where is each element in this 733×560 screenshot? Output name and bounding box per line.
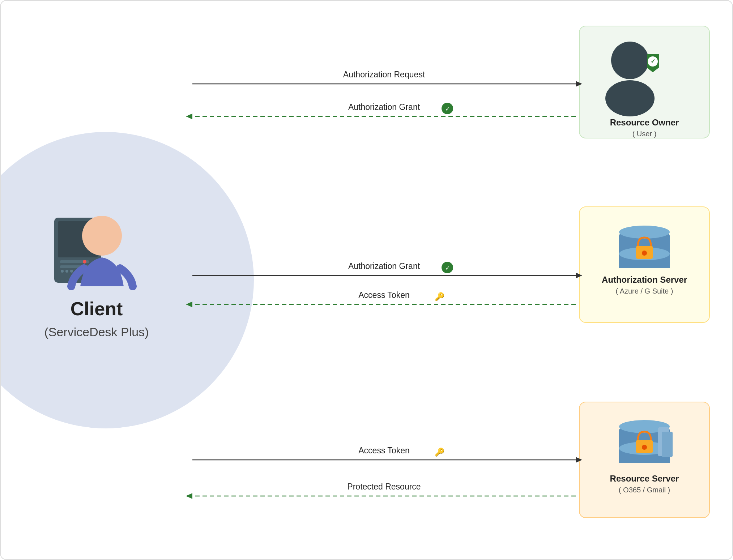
svg-point-29 — [70, 270, 73, 273]
auth-server-label: Authorization Server — [602, 275, 687, 285]
resource-server-sub: ( O365 / Gmail ) — [619, 486, 670, 494]
svg-point-28 — [65, 270, 68, 273]
arrow-protected-resource-label: Protected Resource — [347, 482, 421, 491]
arrow-auth-request-label: Authorization Request — [343, 70, 425, 79]
svg-point-2 — [605, 80, 655, 116]
resource-owner-sub: ( User ) — [632, 130, 657, 138]
arrow-auth-grant1-label: Authorization Grant — [348, 102, 420, 112]
svg-point-27 — [61, 270, 64, 273]
key-icon-2: 🔑 — [435, 447, 445, 457]
svg-marker-34 — [186, 114, 192, 119]
diagram-svg: ✓ Resource Owner ( User ) Authorization … — [1, 1, 733, 560]
arrow-auth-grant2-label: Authorization Grant — [348, 261, 420, 271]
resource-owner-label: Resource Owner — [610, 117, 679, 127]
svg-marker-46 — [186, 493, 192, 499]
client-title: Client — [71, 298, 123, 319]
client-subtitle: (ServiceDesk Plus) — [44, 325, 149, 339]
svg-text:✓: ✓ — [651, 58, 655, 64]
svg-text:✓: ✓ — [445, 265, 450, 271]
svg-rect-19 — [662, 432, 673, 457]
auth-server-sub: ( Azure / G Suite ) — [616, 287, 673, 295]
main-container: ✓ Resource Owner ( User ) Authorization … — [0, 0, 733, 560]
svg-point-12 — [642, 251, 647, 256]
arrow-access-token1-label: Access Token — [358, 290, 409, 300]
svg-marker-42 — [186, 302, 192, 307]
arrow-access-token2-label: Access Token — [358, 446, 409, 455]
svg-point-26 — [83, 260, 86, 264]
svg-point-21 — [642, 445, 647, 450]
svg-point-30 — [82, 216, 122, 256]
key-icon-1: 🔑 — [435, 292, 445, 302]
svg-text:✓: ✓ — [445, 106, 450, 112]
resource-server-label: Resource Server — [610, 474, 679, 483]
svg-point-1 — [611, 42, 649, 79]
